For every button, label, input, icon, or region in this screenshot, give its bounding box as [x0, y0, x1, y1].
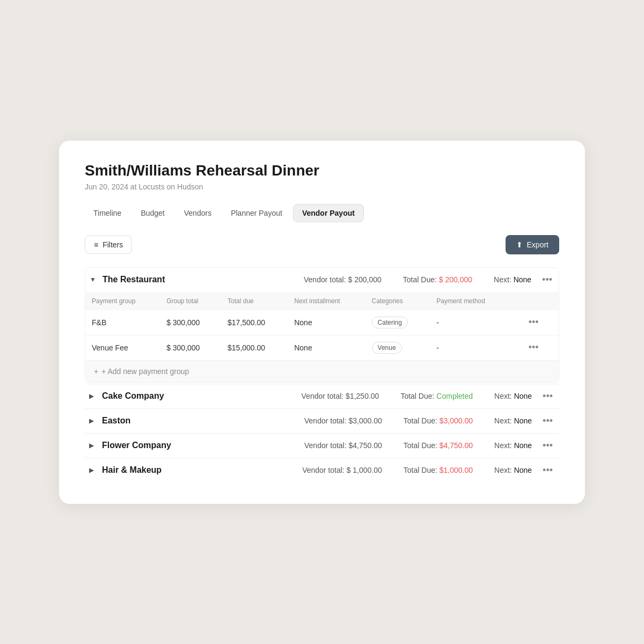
- more-button-cake[interactable]: •••: [540, 391, 555, 402]
- more-button-hair[interactable]: •••: [540, 465, 555, 476]
- col-next-installment: Next installment: [288, 292, 365, 310]
- cell-next-installment: None: [288, 310, 365, 335]
- more-button-easton[interactable]: •••: [540, 415, 555, 427]
- vendor-meta-flower-company: Vendor total: $4,750.00 Total Due: $4,75…: [304, 441, 532, 450]
- tab-budget[interactable]: Budget: [132, 204, 173, 222]
- vendor-total-flower: Vendor total: $4,750.00: [304, 441, 382, 450]
- cell-group-total: $ 300,000: [160, 310, 221, 335]
- tab-planner-payout[interactable]: Planner Payout: [222, 204, 291, 222]
- tab-vendor-payout[interactable]: Vendor Payout: [293, 204, 364, 222]
- vendor-total-hair: Vendor total: $ 1,000.00: [302, 466, 382, 474]
- toolbar: ≡ Filters ⬆ Export: [85, 235, 559, 254]
- next-cake: Next: None: [494, 392, 532, 400]
- more-button-row-0[interactable]: •••: [526, 317, 541, 328]
- cell-payment-method: -: [430, 310, 511, 335]
- add-payment-group-button[interactable]: + + Add new payment group: [85, 360, 559, 382]
- cell-row-actions: •••: [511, 335, 559, 360]
- vendor-section-flower-company: ▶ Flower Company Vendor total: $4,750.00…: [85, 433, 559, 458]
- total-due-flower: Total Due: $4,750.00: [404, 441, 473, 450]
- total-due-hair: Total Due: $1,000.00: [404, 466, 473, 474]
- cell-total-due: $17,500.00: [221, 310, 288, 335]
- vendor-name-flower-company: Flower Company: [102, 441, 304, 450]
- add-icon: +: [94, 367, 98, 376]
- col-payment-method: Payment method: [430, 292, 511, 310]
- export-label: Export: [527, 240, 548, 249]
- vendor-meta-hair-makeup: Vendor total: $ 1,000.00 Total Due: $1,0…: [302, 466, 532, 474]
- vendor-name-easton: Easton: [102, 416, 304, 426]
- vendor-header-easton[interactable]: ▶ Easton Vendor total: $3,000.00 Total D…: [85, 409, 559, 433]
- table-header-row: Payment group Group total Total due Next…: [85, 292, 559, 310]
- total-due-restaurant: Total Due: $ 200,000: [403, 275, 472, 284]
- vendor-meta-cake-company: Vendor total: $1,250.00 Total Due: Compl…: [302, 392, 532, 400]
- vendor-total-restaurant: Vendor total: $ 200,000: [304, 275, 382, 284]
- vendor-total-easton: Vendor total: $3,000.00: [304, 416, 382, 425]
- total-due-easton: Total Due: $3,000.00: [404, 416, 473, 425]
- more-button-flower[interactable]: •••: [540, 440, 555, 451]
- vendor-header-restaurant[interactable]: ▼ The Restaurant Vendor total: $ 200,000…: [85, 268, 559, 292]
- vendor-section-cake-company: ▶ Cake Company Vendor total: $1,250.00 T…: [85, 384, 559, 408]
- filter-icon: ≡: [94, 240, 98, 249]
- tab-timeline[interactable]: Timeline: [85, 204, 130, 222]
- vendor-total-cake: Vendor total: $1,250.00: [302, 392, 379, 400]
- more-button-restaurant[interactable]: •••: [540, 274, 554, 286]
- cell-category: Catering: [365, 310, 430, 335]
- vendor-header-hair-makeup[interactable]: ▶ Hair & Makeup Vendor total: $ 1,000.00…: [85, 458, 559, 482]
- col-payment-group: Payment group: [85, 292, 160, 310]
- chevron-right-icon: ▶: [89, 417, 98, 425]
- vendor-meta-restaurant: Vendor total: $ 200,000 Total Due: $ 200…: [304, 275, 531, 284]
- payment-table-restaurant: Payment group Group total Total due Next…: [85, 292, 559, 360]
- cell-row-actions: •••: [511, 310, 559, 335]
- next-restaurant: Next: None: [494, 275, 531, 284]
- event-subtitle: Jun 20, 2024 at Locusts on Hudson: [85, 182, 559, 191]
- vendor-meta-easton: Vendor total: $3,000.00 Total Due: $3,00…: [304, 416, 532, 425]
- chevron-down-icon: ▼: [90, 276, 98, 283]
- vendor-name-restaurant: The Restaurant: [103, 275, 304, 284]
- next-hair: Next: None: [494, 466, 532, 474]
- cell-payment-group: F&B: [85, 310, 160, 335]
- cell-group-total: $ 300,000: [160, 335, 221, 360]
- chevron-right-icon: ▶: [89, 392, 98, 400]
- cell-payment-group: Venue Fee: [85, 335, 160, 360]
- vendor-section-easton: ▶ Easton Vendor total: $3,000.00 Total D…: [85, 408, 559, 433]
- vendor-header-flower-company[interactable]: ▶ Flower Company Vendor total: $4,750.00…: [85, 434, 559, 458]
- vendor-name-hair-makeup: Hair & Makeup: [102, 465, 302, 475]
- cell-payment-method: -: [430, 335, 511, 360]
- cell-category: Venue: [365, 335, 430, 360]
- table-row: F&B $ 300,000 $17,500.00 None Catering -…: [85, 310, 559, 335]
- col-actions: [511, 292, 559, 310]
- chevron-right-icon: ▶: [89, 442, 98, 449]
- vendor-header-cake-company[interactable]: ▶ Cake Company Vendor total: $1,250.00 T…: [85, 384, 559, 408]
- export-button[interactable]: ⬆ Export: [506, 235, 559, 254]
- cell-next-installment: None: [288, 335, 365, 360]
- vendor-section-restaurant: ▼ The Restaurant Vendor total: $ 200,000…: [85, 267, 559, 383]
- event-title: Smith/Williams Rehearsal Dinner: [85, 162, 559, 179]
- col-categories: Categories: [365, 292, 430, 310]
- col-total-due: Total due: [221, 292, 288, 310]
- vendor-section-hair-makeup: ▶ Hair & Makeup Vendor total: $ 1,000.00…: [85, 458, 559, 482]
- tab-bar: Timeline Budget Vendors Planner Payout V…: [85, 204, 559, 222]
- total-due-cake: Total Due: Completed: [400, 392, 473, 400]
- chevron-right-icon: ▶: [89, 466, 98, 474]
- more-button-row-1[interactable]: •••: [526, 342, 541, 353]
- next-flower: Next: None: [494, 441, 532, 450]
- cell-total-due: $15,000.00: [221, 335, 288, 360]
- col-group-total: Group total: [160, 292, 221, 310]
- main-card: Smith/Williams Rehearsal Dinner Jun 20, …: [59, 141, 585, 504]
- tab-vendors[interactable]: Vendors: [175, 204, 220, 222]
- next-easton: Next: None: [494, 416, 532, 425]
- filters-label: Filters: [103, 240, 123, 249]
- vendor-name-cake-company: Cake Company: [102, 391, 302, 401]
- export-icon: ⬆: [516, 240, 523, 249]
- table-row: Venue Fee $ 300,000 $15,000.00 None Venu…: [85, 335, 559, 360]
- filters-button[interactable]: ≡ Filters: [85, 236, 132, 254]
